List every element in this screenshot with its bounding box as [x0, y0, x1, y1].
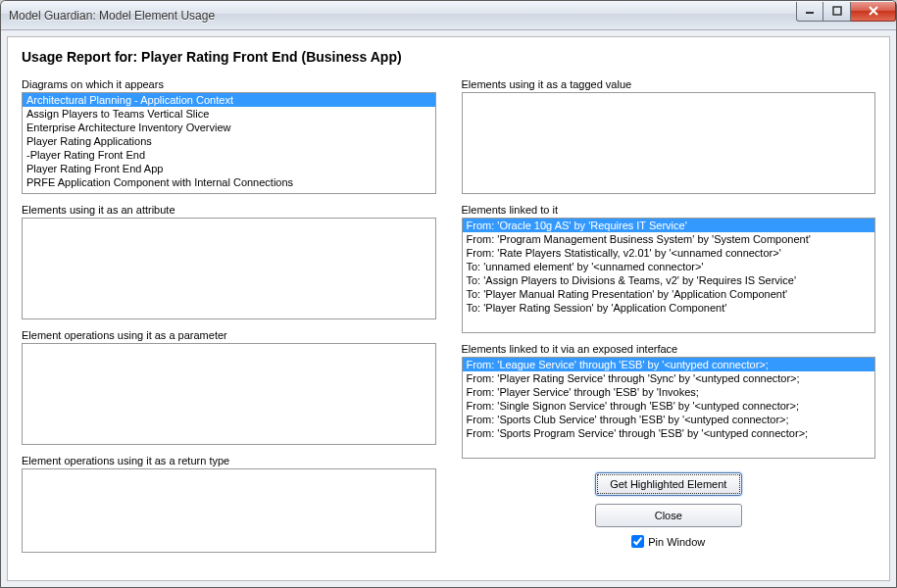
listbox-attribute[interactable]	[22, 218, 436, 319]
list-item[interactable]: To: 'Assign Players to Divisions & Teams…	[463, 273, 875, 287]
pin-window-label: Pin Window	[648, 536, 705, 548]
pin-window-checkbox[interactable]	[631, 535, 644, 548]
list-item[interactable]: From: 'Player Service' through 'ESB' by …	[463, 385, 875, 399]
label-exposed: Elements linked to it via an exposed int…	[462, 343, 876, 355]
right-column: Elements using it as a tagged value Elem…	[462, 78, 876, 563]
label-attribute: Elements using it as an attribute	[22, 204, 436, 216]
maximize-button[interactable]	[823, 2, 851, 22]
list-item[interactable]: Player Rating Front End App	[23, 162, 435, 175]
footer-buttons: Get Highlighted Element Close Pin Window	[462, 472, 876, 548]
list-item[interactable]: From: 'Sports Club Service' through 'ESB…	[463, 413, 875, 426]
report-title: Usage Report for: Player Rating Front En…	[22, 49, 875, 65]
list-item[interactable]: -Player Rating Front End	[23, 148, 435, 162]
close-button[interactable]: Close	[595, 504, 742, 527]
list-item[interactable]: From: 'Player Rating Service' through 'S…	[463, 371, 875, 385]
group-parameter: Element operations using it as a paramet…	[22, 329, 436, 445]
list-item[interactable]: To: 'Player Manual Rating Presentation' …	[463, 287, 875, 301]
list-item[interactable]: Player Rating Applications	[23, 134, 435, 148]
group-attribute: Elements using it as an attribute	[22, 204, 436, 319]
list-item[interactable]: From: 'League Service' through 'ESB' by …	[463, 358, 875, 371]
titlebar: Model Guardian: Model Element Usage	[1, 1, 896, 30]
pin-window-row[interactable]: Pin Window	[631, 535, 705, 548]
group-exposed: Elements linked to it via an exposed int…	[462, 343, 876, 459]
columns: Diagrams on which it appears Architectur…	[22, 78, 875, 563]
left-column: Diagrams on which it appears Architectur…	[22, 78, 436, 563]
client-area: Usage Report for: Player Rating Front En…	[7, 36, 890, 581]
list-item[interactable]: To: 'unnamed element' by '<unnamed conne…	[463, 260, 875, 273]
list-item[interactable]: From: 'Single Signon Service' through 'E…	[463, 399, 875, 413]
listbox-returntype[interactable]	[22, 468, 436, 553]
get-highlighted-label: Get Highlighted Element	[610, 478, 726, 490]
close-label: Close	[655, 510, 682, 521]
window-title: Model Guardian: Model Element Usage	[9, 9, 796, 23]
group-diagrams: Diagrams on which it appears Architectur…	[22, 78, 436, 194]
list-item[interactable]: To: 'Player Rating Session' by 'Applicat…	[463, 301, 875, 315]
listbox-parameter[interactable]	[22, 343, 436, 445]
listbox-linked[interactable]: From: 'Oracle 10g AS' by 'Requires IT Se…	[462, 218, 876, 333]
list-item[interactable]: Architectural Planning - Application Con…	[23, 93, 435, 107]
get-highlighted-button[interactable]: Get Highlighted Element	[595, 472, 742, 496]
label-parameter: Element operations using it as a paramet…	[22, 329, 436, 341]
list-item[interactable]: Enterprise Architecture Inventory Overvi…	[23, 121, 435, 134]
close-window-button[interactable]	[851, 2, 896, 22]
group-tagged: Elements using it as a tagged value	[462, 78, 876, 194]
minimize-icon	[805, 6, 815, 16]
listbox-tagged[interactable]	[462, 92, 876, 194]
listbox-exposed[interactable]: From: 'League Service' through 'ESB' by …	[462, 357, 876, 459]
label-returntype: Element operations using it as a return …	[22, 455, 436, 466]
list-item[interactable]: From: 'Oracle 10g AS' by 'Requires IT Se…	[463, 219, 875, 232]
label-linked: Elements linked to it	[462, 204, 876, 216]
list-item[interactable]: From: 'Sports Program Service' through '…	[463, 426, 875, 440]
minimize-button[interactable]	[796, 2, 823, 22]
list-item[interactable]: From: 'Rate Players Statistically, v2.01…	[463, 246, 875, 260]
svg-rect-0	[806, 12, 814, 14]
list-item[interactable]: Assign Players to Teams Vertical Slice	[23, 107, 435, 121]
list-item[interactable]: From: 'Program Management Business Syste…	[463, 232, 875, 246]
svg-rect-1	[833, 7, 841, 15]
group-returntype: Element operations using it as a return …	[22, 455, 436, 553]
listbox-diagrams[interactable]: Architectural Planning - Application Con…	[22, 92, 436, 194]
group-linked: Elements linked to it From: 'Oracle 10g …	[462, 204, 876, 333]
app-window: Model Guardian: Model Element Usage Usag…	[0, 0, 897, 588]
maximize-icon	[832, 6, 842, 16]
list-item[interactable]: PRFE Application Component with Internal…	[23, 175, 435, 189]
window-controls	[796, 2, 896, 22]
label-diagrams: Diagrams on which it appears	[22, 78, 436, 90]
label-tagged: Elements using it as a tagged value	[462, 78, 876, 90]
close-icon	[868, 6, 879, 16]
